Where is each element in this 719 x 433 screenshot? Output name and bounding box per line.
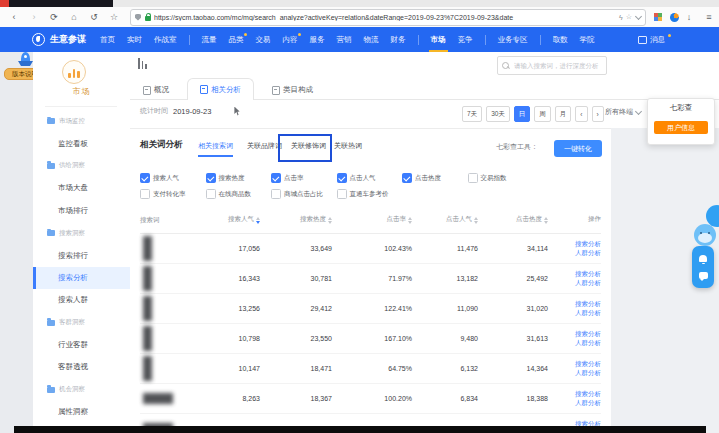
nav-item-bizzone[interactable]: 业务专区: [498, 35, 528, 45]
period-30d-button[interactable]: 30天: [486, 106, 510, 122]
nav-item-market[interactable]: 市场: [431, 35, 446, 45]
crowd-analysis-link[interactable]: 人群分析: [575, 400, 601, 407]
brand[interactable]: 生意参谋: [32, 33, 86, 46]
crowd-analysis-link[interactable]: 人群分析: [575, 310, 601, 317]
sidebar-item-search-crowd[interactable]: 搜索人群: [33, 289, 130, 311]
tab-category-composition[interactable]: 类目构成: [272, 85, 313, 100]
star-icon[interactable]: ☆: [626, 13, 632, 21]
sidebar-item-search-ranking[interactable]: 搜索排行: [33, 244, 130, 266]
mascot-icon[interactable]: [694, 224, 716, 246]
period-prev-button[interactable]: ‹: [575, 106, 587, 122]
nav-item-realtime[interactable]: 实时: [127, 35, 142, 45]
metric-click-heat[interactable]: 点击热度: [402, 173, 468, 183]
subtab-related-modifier-words[interactable]: 关联修饰词: [291, 141, 326, 151]
back-icon[interactable]: ‹: [4, 7, 24, 27]
sidebar-item-label: 市场大盘: [58, 183, 88, 193]
sidebar-item-industry-customer[interactable]: 行业客群: [33, 334, 130, 356]
subtab-related-search-words[interactable]: 相关搜索词: [198, 141, 233, 151]
extensions-grid-icon[interactable]: [654, 13, 662, 21]
period-week-button[interactable]: 周: [534, 106, 551, 122]
download-icon[interactable]: ↓: [679, 7, 699, 27]
page-tabs: 概况 相关分析 类目构成: [143, 79, 313, 100]
lightning-icon[interactable]: ϟ: [619, 14, 623, 21]
history-icon[interactable]: ↺: [84, 7, 104, 27]
metric-ctr[interactable]: 点击率: [271, 173, 337, 183]
nav-item-academy[interactable]: 学院: [580, 35, 595, 45]
search-analysis-link[interactable]: 搜索分析: [575, 301, 601, 308]
crowd-analysis-link[interactable]: 人群分析: [575, 340, 601, 347]
nav-item-home[interactable]: 首页: [100, 35, 115, 45]
crowd-analysis-link[interactable]: 人群分析: [575, 370, 601, 377]
col-search-heat[interactable]: 搜索热度: [260, 215, 332, 224]
nav-item-finance[interactable]: 财务: [391, 35, 406, 45]
nav-item-competition[interactable]: 竞争: [458, 35, 473, 45]
sidebar-item-search-analysis[interactable]: 搜索分析: [33, 267, 130, 289]
home-icon[interactable]: ⌂: [64, 7, 84, 27]
user-info-tag[interactable]: 用户信息: [654, 121, 708, 134]
search-analysis-link[interactable]: 搜索分析: [575, 391, 601, 398]
forward-icon[interactable]: ›: [24, 7, 44, 27]
nav-item-service[interactable]: 服务: [310, 35, 325, 45]
nav-item-content[interactable]: 内容: [283, 35, 298, 45]
metric-search-popularity[interactable]: 搜索人气: [140, 173, 206, 183]
metric-online-items[interactable]: 在线商品数: [206, 189, 272, 199]
search-analysis-link[interactable]: 搜索分析: [575, 331, 601, 338]
bell-icon[interactable]: [699, 255, 707, 262]
search-input[interactable]: [512, 61, 602, 70]
subtab-related-brand-words[interactable]: 关联品牌词: [247, 141, 282, 151]
col-search-popularity[interactable]: 搜索人气: [202, 215, 260, 224]
browser-tab[interactable]: [9, 0, 113, 7]
reload-icon[interactable]: ⟳: [44, 7, 64, 27]
sidebar-group-opportunity-insight[interactable]: 机会洞察: [33, 379, 130, 401]
nav-item-traffic[interactable]: 流量: [202, 35, 217, 45]
sidebar-group-customer-insight[interactable]: 客群洞察: [33, 312, 130, 334]
search-analysis-link[interactable]: 搜索分析: [575, 241, 601, 248]
terminal-dropdown[interactable]: 所有终端: [605, 107, 641, 117]
nav-item-logistics[interactable]: 物流: [364, 35, 379, 45]
sidebar-group-supply-insight[interactable]: 供给洞察: [33, 155, 130, 177]
sidebar-group-search-insight[interactable]: 搜索洞察: [33, 222, 130, 244]
one-key-convert-button[interactable]: 一键转化: [554, 140, 602, 157]
period-day-button[interactable]: 日: [514, 106, 531, 122]
chat-icon[interactable]: [699, 272, 708, 279]
sidebar-group-market-monitor[interactable]: 市场监控: [33, 110, 130, 132]
col-click-heat[interactable]: 点击热度: [478, 215, 548, 224]
metric-pay-conversion[interactable]: 支付转化率: [140, 189, 206, 199]
period-month-button[interactable]: 月: [555, 106, 572, 122]
browser-logo-icon[interactable]: [670, 13, 679, 22]
crowd-analysis-link[interactable]: 人群分析: [575, 250, 601, 257]
nav-item-trade[interactable]: 交易: [256, 35, 271, 45]
col-click-popularity[interactable]: 点击人气: [412, 215, 478, 224]
metric-search-heat[interactable]: 搜索热度: [206, 173, 272, 183]
metric-trade-index[interactable]: 交易指数: [468, 173, 534, 183]
checkbox-icon: [337, 189, 347, 199]
sidebar-item-market-ranking[interactable]: 市场排行: [33, 200, 130, 222]
period-next-button[interactable]: ›: [592, 106, 604, 122]
tab-relation-analysis[interactable]: 相关分析: [187, 78, 254, 100]
period-7d-button[interactable]: 7天: [462, 106, 482, 122]
period-selector: 7天 30天 日 周 月 ‹ ›: [462, 106, 604, 122]
col-ctr[interactable]: 点击率: [332, 215, 412, 224]
search-analysis-link[interactable]: 搜索分析: [575, 361, 601, 368]
metric-ztc-reference-price[interactable]: 直通车参考价: [337, 189, 403, 199]
collapse-icon[interactable]: [138, 57, 150, 69]
search-analysis-link[interactable]: 搜索分析: [575, 271, 601, 278]
nav-item-data[interactable]: 取数: [553, 35, 568, 45]
nav-item-category[interactable]: 品类: [229, 35, 244, 45]
sidebar-item-attribute-insight[interactable]: 属性洞察: [33, 401, 130, 423]
chevron-down-icon[interactable]: [635, 12, 642, 19]
crowd-analysis-link[interactable]: 人群分析: [575, 280, 601, 287]
sidebar-item-customer-perspective[interactable]: 客群透视: [33, 356, 130, 378]
subtab-related-hot-words[interactable]: 关联热词: [334, 141, 362, 151]
nav-item-warroom[interactable]: 作战室: [154, 35, 177, 45]
sidebar-item-monitor-board[interactable]: 监控看板: [33, 132, 130, 154]
sidebar-item-market-overview[interactable]: 市场大盘: [33, 177, 130, 199]
bookmark-star-icon[interactable]: ☆: [104, 7, 124, 27]
url-bar[interactable]: https://sycm.taobao.com/mc/mq/search_ana…: [130, 9, 646, 26]
tab-overview[interactable]: 概况: [143, 85, 169, 100]
nav-item-marketing[interactable]: 营销: [337, 35, 352, 45]
metric-click-popularity[interactable]: 点击人气: [337, 173, 403, 183]
metric-mall-click-share[interactable]: 商城点击占比: [271, 189, 337, 199]
message-entry[interactable]: 消息: [638, 27, 671, 52]
menu-icon[interactable]: ≡: [699, 7, 719, 27]
